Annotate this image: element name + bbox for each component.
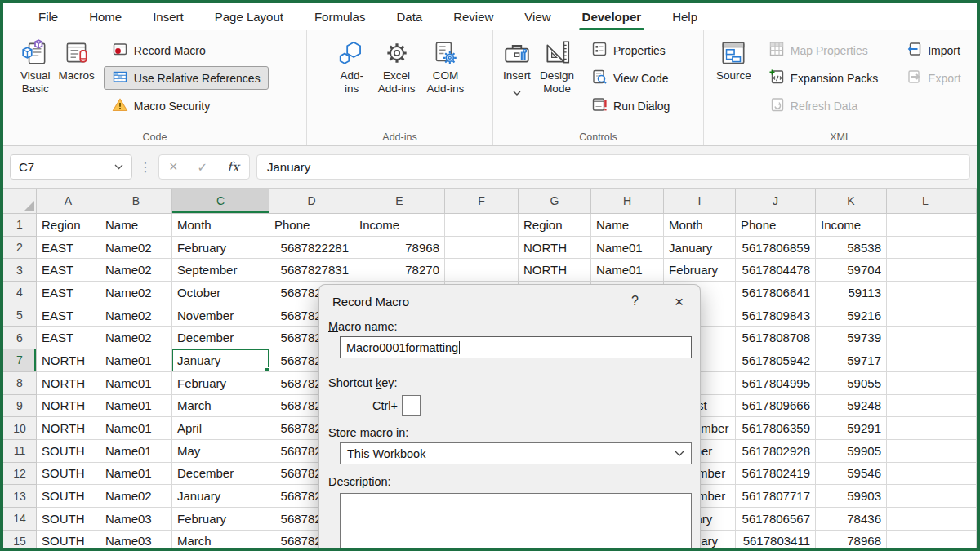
tab-data[interactable]: Data	[381, 3, 438, 30]
cell-B13[interactable]: Name02	[100, 485, 172, 508]
cell-K13[interactable]: 59903	[816, 485, 887, 508]
cell-J15[interactable]: 5617803411	[736, 531, 816, 551]
cell-G2[interactable]: NORTH	[519, 237, 591, 260]
tab-developer[interactable]: Developer	[567, 3, 657, 30]
cell-F1[interactable]	[445, 214, 519, 237]
cell-L6[interactable]	[887, 327, 964, 349]
column-header-partial[interactable]	[964, 189, 977, 214]
cell-M8[interactable]	[964, 372, 977, 395]
shortcut-key-input[interactable]	[402, 395, 421, 416]
use-relative-references-button[interactable]: Use Relative References	[104, 66, 269, 90]
cell-J7[interactable]: 5617805942	[736, 349, 816, 372]
cell-C14[interactable]: February	[172, 508, 270, 531]
store-macro-in-dropdown[interactable]: This Workbook	[340, 442, 692, 464]
cell-B2[interactable]: Name02	[100, 237, 172, 260]
cell-A1[interactable]: Region	[37, 214, 100, 237]
cell-C13[interactable]: January	[172, 485, 270, 508]
row-header-9[interactable]: 9	[3, 395, 37, 418]
cell-K9[interactable]: 59248	[816, 395, 887, 418]
cell-H2[interactable]: Name01	[591, 237, 664, 260]
cell-C8[interactable]: February	[172, 372, 270, 395]
cell-K4[interactable]: 59113	[816, 282, 887, 304]
cell-A2[interactable]: EAST	[37, 237, 100, 260]
tab-formulas[interactable]: Formulas	[299, 3, 381, 30]
cell-M10[interactable]	[964, 417, 977, 440]
visual-basic-button[interactable]: VisualBasic	[16, 34, 55, 97]
cell-K2[interactable]: 58538	[816, 237, 887, 260]
excel-add-ins-button[interactable]: ExcelAdd-ins	[374, 34, 420, 97]
column-header-I[interactable]: I	[664, 189, 736, 214]
tab-help[interactable]: Help	[657, 3, 713, 30]
cell-A4[interactable]: EAST	[37, 282, 100, 304]
row-header-12[interactable]: 12	[3, 463, 37, 486]
help-icon[interactable]: ?	[631, 294, 639, 309]
tab-file[interactable]: File	[23, 3, 74, 30]
column-header-C[interactable]: C	[172, 189, 270, 214]
cell-J12[interactable]: 5617802419	[736, 463, 816, 486]
cell-L3[interactable]	[887, 259, 964, 282]
cell-L11[interactable]	[887, 440, 964, 463]
cell-K1[interactable]: Income	[816, 214, 887, 237]
cell-B5[interactable]: Name02	[100, 304, 172, 327]
cell-B14[interactable]: Name03	[100, 508, 172, 531]
column-header-J[interactable]: J	[736, 189, 816, 214]
cell-J6[interactable]: 5617808708	[736, 327, 816, 349]
row-header-4[interactable]: 4	[3, 282, 37, 304]
cell-A12[interactable]: SOUTH	[37, 463, 100, 486]
column-header-E[interactable]: E	[354, 189, 445, 214]
cell-J11[interactable]: 5617802928	[736, 440, 816, 463]
tab-view[interactable]: View	[509, 3, 566, 30]
cell-F2[interactable]	[445, 237, 519, 260]
cell-C9[interactable]: March	[172, 395, 270, 418]
row-header-8[interactable]: 8	[3, 372, 37, 395]
cell-B9[interactable]: Name01	[100, 395, 172, 418]
cell-L5[interactable]	[887, 304, 964, 327]
cell-J4[interactable]: 5617806641	[736, 282, 816, 304]
cell-D3[interactable]: 5687827831	[270, 259, 354, 282]
cell-G3[interactable]: NORTH	[519, 259, 591, 282]
insert-function-icon[interactable]: fx	[227, 159, 239, 175]
cell-J13[interactable]: 5617807717	[736, 485, 816, 508]
cell-M1[interactable]	[964, 214, 977, 237]
row-header-1[interactable]: 1	[3, 214, 37, 237]
cell-G1[interactable]: Region	[519, 214, 591, 237]
cell-B6[interactable]: Name02	[100, 327, 172, 349]
dialog-title-bar[interactable]: Record Macro ? ×	[319, 285, 700, 318]
view-code-button[interactable]: View Code	[583, 66, 678, 90]
cell-L8[interactable]	[887, 372, 964, 395]
cell-B1[interactable]: Name	[100, 214, 172, 237]
cell-A8[interactable]: NORTH	[37, 372, 100, 395]
cell-L7[interactable]	[887, 349, 964, 372]
cell-F3[interactable]	[445, 259, 519, 282]
row-header-11[interactable]: 11	[3, 440, 37, 463]
cell-H1[interactable]: Name	[591, 214, 664, 237]
cell-A9[interactable]: NORTH	[37, 395, 100, 418]
cell-J1[interactable]: Phone	[736, 214, 816, 237]
tab-page-layout[interactable]: Page Layout	[199, 3, 299, 30]
cell-L12[interactable]	[887, 463, 964, 486]
cell-J5[interactable]: 5617809843	[736, 304, 816, 327]
column-header-D[interactable]: D	[270, 189, 354, 214]
row-header-14[interactable]: 14	[3, 508, 37, 531]
cell-K14[interactable]: 78436	[816, 508, 887, 531]
add-ins-button[interactable]: Add-ins	[333, 34, 371, 97]
macro-name-input[interactable]: Macro0001formatting	[340, 336, 692, 358]
row-header-13[interactable]: 13	[3, 485, 37, 508]
cell-E3[interactable]: 78270	[354, 259, 445, 282]
row-header-6[interactable]: 6	[3, 327, 37, 349]
cell-E1[interactable]: Income	[354, 214, 445, 237]
column-header-K[interactable]: K	[816, 189, 887, 214]
cell-M11[interactable]	[964, 440, 977, 463]
cell-C7[interactable]: January	[172, 349, 270, 372]
cell-B3[interactable]: Name02	[100, 259, 172, 282]
cancel-icon[interactable]: ×	[169, 158, 178, 176]
cell-A14[interactable]: SOUTH	[37, 508, 100, 531]
cell-D1[interactable]: Phone	[270, 214, 354, 237]
cell-C1[interactable]: Month	[172, 214, 270, 237]
cell-C4[interactable]: October	[172, 282, 270, 304]
name-box[interactable]: C7	[10, 154, 132, 180]
design-mode-button[interactable]: DesignMode	[536, 34, 578, 97]
cell-L10[interactable]	[887, 417, 964, 440]
record-macro-button[interactable]: Record Macro	[104, 38, 269, 62]
cell-L4[interactable]	[887, 282, 964, 304]
